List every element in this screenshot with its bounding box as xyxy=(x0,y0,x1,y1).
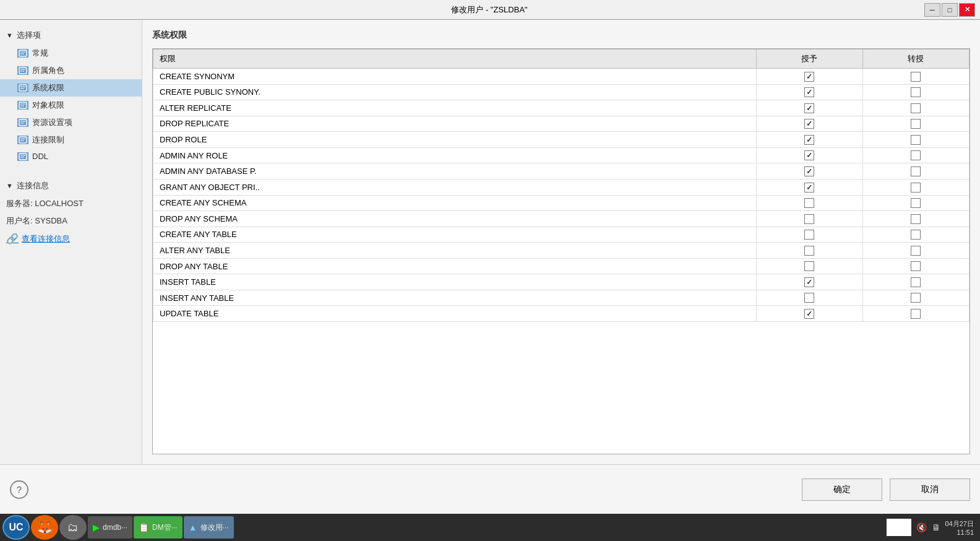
grant-checkbox[interactable] xyxy=(804,150,814,160)
sidebar-section-connection[interactable]: ▼ 连接信息 xyxy=(0,176,142,195)
help-button[interactable]: ? xyxy=(10,480,28,499)
admin-checkbox[interactable] xyxy=(911,230,921,240)
taskbar-cmd[interactable]: ▶ dmdb··· xyxy=(88,516,132,539)
taskbar-uc[interactable]: UC xyxy=(2,515,30,540)
header-grant: 授予 xyxy=(756,50,862,69)
close-button[interactable]: ✕ xyxy=(959,3,975,17)
ok-button[interactable]: 确定 xyxy=(802,478,882,501)
folder-icon: 🗂 xyxy=(67,521,79,534)
priv-name: DROP REPLICATE xyxy=(153,116,757,132)
sidebar-section-options[interactable]: ▼ 选择项 xyxy=(0,26,142,45)
role-icon xyxy=(17,66,28,75)
priv-admin-cell xyxy=(862,84,969,100)
priv-name: UPDATE TABLE xyxy=(153,306,757,322)
admin-checkbox[interactable] xyxy=(911,277,921,287)
sidebar-item-general[interactable]: 常规 xyxy=(0,45,142,62)
uc-icon: UC xyxy=(9,522,23,533)
sidebar-item-ddl[interactable]: DDL xyxy=(0,149,142,164)
taskbar-dm-mgr[interactable]: 📋 DM管··· xyxy=(134,516,183,539)
priv-grant-cell xyxy=(756,258,862,274)
priv-name: DROP ANY TABLE xyxy=(153,258,757,274)
section-title: 系统权限 xyxy=(152,30,970,41)
grant-checkbox[interactable] xyxy=(804,183,814,193)
cancel-button[interactable]: 取消 xyxy=(890,478,970,501)
admin-checkbox[interactable] xyxy=(911,309,921,319)
taskbar-clock: 04月27日 11:51 xyxy=(945,519,974,536)
admin-checkbox[interactable] xyxy=(911,103,921,113)
admin-checkbox[interactable] xyxy=(911,198,921,208)
connlimit-icon xyxy=(17,136,28,144)
priv-grant-cell xyxy=(756,243,862,259)
grant-checkbox[interactable] xyxy=(804,87,814,97)
grant-checkbox[interactable] xyxy=(804,309,814,319)
table-row: DROP ANY TABLE xyxy=(153,258,969,274)
admin-checkbox[interactable] xyxy=(911,246,921,256)
grant-checkbox[interactable] xyxy=(804,103,814,113)
priv-name: ADMIN ANY ROLE xyxy=(153,147,757,163)
firefox-icon: 🦊 xyxy=(37,520,53,535)
grant-checkbox[interactable] xyxy=(804,261,814,271)
grant-checkbox[interactable] xyxy=(804,135,814,145)
priv-grant-cell xyxy=(756,116,862,132)
grant-checkbox[interactable] xyxy=(804,167,814,176)
conn-link-icon: 🔗 xyxy=(6,233,19,245)
admin-checkbox[interactable] xyxy=(911,119,921,129)
grant-checkbox[interactable] xyxy=(804,277,814,287)
admin-checkbox[interactable] xyxy=(911,150,921,160)
dm-icon: 📋 xyxy=(139,522,149,532)
grant-checkbox[interactable] xyxy=(804,119,814,129)
priv-admin-cell xyxy=(862,132,969,148)
admin-checkbox[interactable] xyxy=(911,293,921,303)
grant-checkbox[interactable] xyxy=(804,198,814,208)
grant-checkbox[interactable] xyxy=(804,246,814,256)
arrow-icon: ▼ xyxy=(6,32,13,39)
table-scroll-area[interactable]: 权限 授予 转授 CREATE SYNONYMCREATE PUBLIC SYN… xyxy=(153,49,969,454)
sidebar: ▼ 选择项 常规 所属角色 系统权限 对象权限 xyxy=(0,20,142,464)
grant-checkbox[interactable] xyxy=(804,214,814,224)
priv-grant-cell xyxy=(756,69,862,85)
maximize-button[interactable]: □ xyxy=(942,3,958,17)
priv-grant-cell xyxy=(756,84,862,100)
priv-grant-cell xyxy=(756,227,862,243)
admin-checkbox[interactable] xyxy=(911,167,921,176)
priv-grant-cell xyxy=(756,290,862,306)
priv-admin-cell xyxy=(862,306,969,322)
sidebar-item-connlimit[interactable]: 连接限制 xyxy=(0,131,142,149)
table-row: ADMIN ANY ROLE xyxy=(153,147,969,163)
minimize-button[interactable]: ─ xyxy=(924,3,940,17)
taskbar-modify-user[interactable]: ▲ 修改用··· xyxy=(184,516,234,539)
priv-grant-cell xyxy=(756,179,862,195)
grant-checkbox[interactable] xyxy=(804,230,814,240)
sidebar-item-syspriv[interactable]: 系统权限 xyxy=(0,79,142,97)
admin-checkbox[interactable] xyxy=(911,183,921,193)
sidebar-item-role-label: 所属角色 xyxy=(32,65,64,76)
sidebar-section-connection-label: 连接信息 xyxy=(17,180,49,191)
sidebar-item-objpriv[interactable]: 对象权限 xyxy=(0,97,142,114)
admin-checkbox[interactable] xyxy=(911,87,921,97)
sidebar-item-resource-label: 资源设置项 xyxy=(32,117,72,128)
table-row: DROP ANY SCHEMA xyxy=(153,211,969,227)
svg-rect-12 xyxy=(19,119,27,126)
admin-checkbox[interactable] xyxy=(911,214,921,224)
taskbar-folder[interactable]: 🗂 xyxy=(59,515,87,540)
priv-name: ADMIN ANY DATABASE P. xyxy=(153,163,757,180)
priv-grant-cell xyxy=(756,211,862,227)
priv-admin-cell xyxy=(862,243,969,259)
sidebar-item-resource[interactable]: 资源设置项 xyxy=(0,114,142,131)
grant-checkbox[interactable] xyxy=(804,72,814,82)
priv-grant-cell xyxy=(756,147,862,163)
admin-checkbox[interactable] xyxy=(911,261,921,271)
grant-checkbox[interactable] xyxy=(804,293,814,303)
priv-admin-cell xyxy=(862,116,969,132)
sidebar-item-role[interactable]: 所属角色 xyxy=(0,62,142,79)
table-row: DROP REPLICATE xyxy=(153,116,969,132)
priv-name: ALTER REPLICATE xyxy=(153,100,757,116)
table-row: CREATE SYNONYM xyxy=(153,69,969,85)
taskbar-firefox[interactable]: 🦊 xyxy=(31,515,58,540)
table-row: ADMIN ANY DATABASE P. xyxy=(153,163,969,180)
ddl-icon xyxy=(17,152,28,161)
network-icon: 🖥 xyxy=(932,522,940,532)
admin-checkbox[interactable] xyxy=(911,72,921,82)
view-connection-link[interactable]: 🔗 查看连接信息 xyxy=(0,230,142,248)
admin-checkbox[interactable] xyxy=(911,135,921,145)
